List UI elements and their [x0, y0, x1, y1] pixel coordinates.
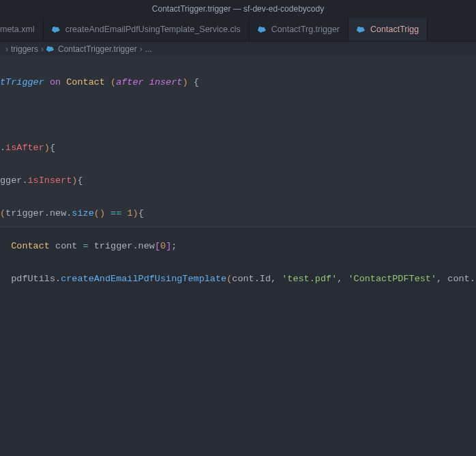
tab-meta-xml[interactable]: meta.xml [0, 18, 44, 41]
code-line[interactable]: tTrigger on Contact (after insert) { [0, 74, 476, 91]
breadcrumb[interactable]: › triggers › ContactTrigger.trigger › ..… [0, 42, 476, 57]
code-line[interactable] [0, 107, 476, 124]
code-line[interactable]: Contact cont = trigger.new[0]; [0, 238, 476, 255]
salesforce-icon [52, 25, 61, 34]
window-title: ContactTrigger.trigger — sf-dev-ed-codeb… [152, 4, 324, 14]
tab-label: ContactTrigg [370, 25, 419, 34]
tab-contact-trigger[interactable]: ContactTrigg [348, 18, 428, 41]
salesforce-icon [258, 25, 267, 34]
tab-contact-trg[interactable]: ContactTrg.trigger [250, 18, 348, 41]
breadcrumb-item[interactable]: ... [145, 44, 152, 54]
tab-label: meta.xml [0, 25, 35, 34]
chevron-right-icon: › [140, 44, 143, 54]
code-line[interactable]: pdfUtils.createAndEmailPdfUsingTemplate(… [0, 271, 476, 287]
salesforce-icon [46, 44, 55, 53]
salesforce-icon [357, 25, 366, 34]
code-line[interactable]: gger.isInsert){ [0, 173, 476, 189]
chevron-right-icon: › [41, 44, 44, 54]
window-title-bar: ContactTrigger.trigger — sf-dev-ed-codeb… [0, 0, 476, 18]
breadcrumb-item[interactable]: ContactTrigger.trigger [58, 44, 137, 54]
breadcrumb-item[interactable]: triggers [11, 44, 38, 54]
editor-highlighted-region: tTrigger on Contact (after insert) { .is… [0, 57, 476, 227]
tab-label: ContactTrg.trigger [271, 25, 340, 34]
tab-label: createAndEmailPdfUsingTemplate_Service.c… [65, 25, 241, 34]
tab-bar: meta.xml createAndEmailPdfUsingTemplate_… [0, 18, 476, 42]
chevron-right-icon: › [5, 44, 8, 54]
tab-service-cls[interactable]: createAndEmailPdfUsingTemplate_Service.c… [44, 18, 250, 41]
code-line[interactable]: (trigger.new.size() == 1){ [0, 205, 476, 222]
code-editor[interactable]: tTrigger on Contact (after insert) { .is… [0, 57, 476, 305]
code-line[interactable]: .isAfter){ [0, 140, 476, 156]
